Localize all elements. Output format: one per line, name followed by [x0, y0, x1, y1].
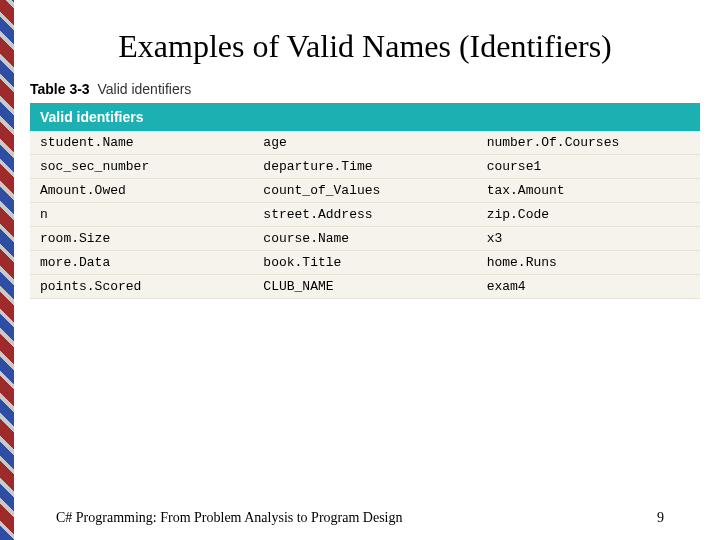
cell: tax.Amount [477, 179, 700, 203]
cell: age [253, 131, 476, 155]
cell: more.Data [30, 251, 253, 275]
identifiers-table: student.Name age number.Of.Courses soc_s… [30, 131, 700, 299]
cell: x3 [477, 227, 700, 251]
cell: room.Size [30, 227, 253, 251]
cell: street.Address [253, 203, 476, 227]
cell: book.Title [253, 251, 476, 275]
footer-page-number: 9 [657, 510, 664, 526]
cell: number.Of.Courses [477, 131, 700, 155]
cell: count_of_Values [253, 179, 476, 203]
table-container: Table 3-3 Valid identifiers Valid identi… [30, 81, 700, 299]
table-header: Valid identifiers [30, 103, 700, 131]
table-caption-label: Table 3-3 [30, 81, 90, 97]
table-row: more.Data book.Title home.Runs [30, 251, 700, 275]
cell: n [30, 203, 253, 227]
cell: soc_sec_number [30, 155, 253, 179]
cell: departure.Time [253, 155, 476, 179]
table-row: soc_sec_number departure.Time course1 [30, 155, 700, 179]
footer-book-title: C# Programming: From Problem Analysis to… [56, 510, 403, 526]
cell: CLUB_NAME [253, 275, 476, 299]
page-title: Examples of Valid Names (Identifiers) [30, 28, 700, 65]
table-row: room.Size course.Name x3 [30, 227, 700, 251]
table-caption-text: Valid identifiers [97, 81, 191, 97]
table-row: points.Scored CLUB_NAME exam4 [30, 275, 700, 299]
cell: points.Scored [30, 275, 253, 299]
table-row: Amount.Owed count_of_Values tax.Amount [30, 179, 700, 203]
cell: course.Name [253, 227, 476, 251]
table-caption: Table 3-3 Valid identifiers [30, 81, 700, 97]
cell: zip.Code [477, 203, 700, 227]
cell: exam4 [477, 275, 700, 299]
cell: Amount.Owed [30, 179, 253, 203]
cell: home.Runs [477, 251, 700, 275]
table-row: n street.Address zip.Code [30, 203, 700, 227]
cell: student.Name [30, 131, 253, 155]
table-row: student.Name age number.Of.Courses [30, 131, 700, 155]
cell: course1 [477, 155, 700, 179]
decorative-stripe [0, 0, 14, 540]
